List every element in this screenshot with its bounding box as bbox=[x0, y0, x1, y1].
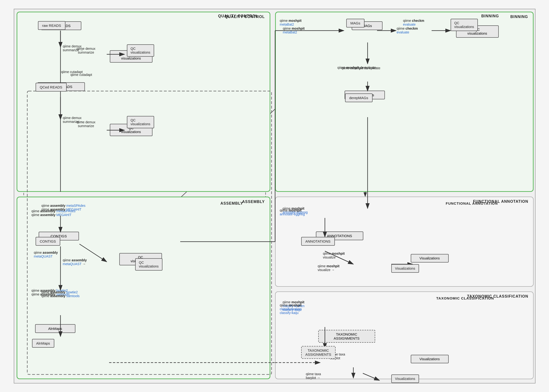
binning-section-title-overlay: BINNING bbox=[481, 14, 499, 18]
asm-metaspades-label: qiime assembly metaSPAdes qiime assembly… bbox=[42, 204, 86, 211]
taxo-vis-box: Visualizations bbox=[391, 374, 419, 383]
binning-section: BINNING MAGs qiime moshpitmetaBat2 qiime… bbox=[275, 12, 534, 192]
taxonomic-assignments-node: TAXONOMICASSIGNMENTS bbox=[318, 330, 375, 343]
mags-box: MAGs bbox=[346, 19, 365, 28]
qc-demux1-label: qiime demuxsummarize → bbox=[63, 44, 83, 52]
assembly-metaquast-label: qiime assemblymetaQUAST bbox=[34, 251, 100, 258]
alnmaps-box: AlnMaps bbox=[32, 339, 54, 348]
func-ann-section-title-overlay: FUNCTIONAL ANNOTATION bbox=[446, 201, 498, 205]
taxo-class-section-title-overlay: TAXONOMIC CLASSIFICATION bbox=[436, 296, 494, 300]
taxo-classify-label: qiime moshpit classify-kraken classify-k… bbox=[280, 303, 302, 315]
qc-cutadapt-label: qiime cutadapt bbox=[61, 70, 83, 74]
taxonomic-classification-section: TAXONOMIC CLASSIFICATION qiime moshpit c… bbox=[275, 291, 534, 379]
func-moshpit-annotate-label: qiime moshpitannotate-eggnog bbox=[280, 209, 305, 216]
qced-reads-box: QCed READS bbox=[35, 83, 67, 91]
quality-control-section: QUALITY CONTROL raw READS qiime demuxsum… bbox=[17, 12, 270, 192]
binning-title: BINNING bbox=[510, 15, 528, 19]
bin-moshpit-label: qiime moshpitmetaBat2 bbox=[280, 19, 302, 26]
bin-checkm-label: qiime checkmevaluate bbox=[403, 19, 424, 26]
taxa-barplot-label: qiime taxabarplot bbox=[330, 352, 382, 360]
deremags-box: derepMAGs bbox=[345, 93, 373, 102]
taxonomic-visualizations: Visualizations bbox=[411, 355, 449, 363]
qc-vis-box-1: QCvisualizations bbox=[127, 44, 154, 57]
assembly-title: ASSEMBLY bbox=[242, 200, 265, 204]
asm-qc-vis-box: QCvisualizations bbox=[135, 258, 162, 271]
alnmaps-node: AlnMaps bbox=[35, 324, 76, 333]
moshpit-visualize-label: qiime moshpitvisualize bbox=[323, 252, 385, 259]
bin-dereplicate-label: qiime moshpit dereplicate bbox=[341, 66, 380, 70]
qc-demux2-label: qiime demuxsummarize → bbox=[63, 116, 83, 124]
annotations-box: ANNOTATIONS bbox=[301, 237, 335, 246]
functional-visualizations: Visualizations bbox=[411, 254, 449, 263]
checkm-evaluate-label: qiime checkmevaluate bbox=[397, 27, 444, 34]
qc-vis-box-2: QCvisualizations bbox=[127, 116, 154, 128]
func-vis-box: Visualizations bbox=[391, 264, 419, 273]
qc-section-title-overlay: QUALITY CONTROL bbox=[218, 14, 258, 18]
moshpit-metabat2-label: qiime moshpitmetaBat2 bbox=[283, 27, 330, 34]
assembly-section-title-overlay: ASSEMBLY bbox=[221, 201, 243, 206]
taxa-barplot-label: qiime taxabarplot → bbox=[306, 372, 321, 380]
asm-bowtie2-label: qiime assembly bowtie2 qiime assembly sa… bbox=[42, 290, 80, 298]
diagram-container: QUALITY CONTROL raw READS qiime demuxsum… bbox=[14, 9, 535, 384]
taxonomic-assignments-box: TAXONOMICASSIGNMENTS bbox=[301, 346, 336, 359]
func-moshpit-visualize-label: qiime moshpitvisualize → bbox=[318, 264, 340, 272]
raw-reads-box: raw READS bbox=[38, 21, 65, 30]
bin-qc-vis-box: QCvisualizations bbox=[451, 19, 478, 31]
assembly-section: ASSEMBLY qiime assembly metaSPAdes qiime… bbox=[17, 196, 270, 379]
asm-metaquast-label: qiime assemblymetaQUAST → bbox=[63, 258, 87, 266]
contigs-box: CONTIGS bbox=[35, 237, 60, 246]
